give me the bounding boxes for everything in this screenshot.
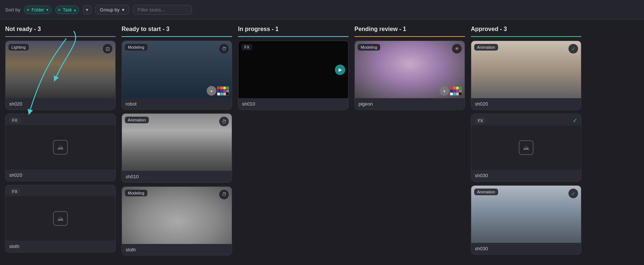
card-label: sh020 <box>9 101 22 107</box>
column-title: In progress - 1 <box>238 26 279 32</box>
card-footer: sloth <box>122 244 232 255</box>
swatch-cell <box>456 90 459 92</box>
card-label: sh020 <box>9 172 22 178</box>
task-card[interactable]: Modeling ⏱ sloth <box>122 186 232 255</box>
swatch-cell <box>450 87 453 89</box>
no-image-icon: ⛰ <box>519 140 533 155</box>
task-card[interactable]: Animation ✓ sh030 <box>471 185 581 255</box>
card-label: sh010 <box>242 101 255 107</box>
swatch-cell <box>453 93 456 95</box>
card-image: Animation ✓ <box>471 186 581 243</box>
column-ready: Ready to start - 3 Modeling ⏱ ● robot <box>122 26 232 259</box>
chip-label-task: Task <box>63 7 72 13</box>
play-button[interactable]: ▶ <box>335 65 345 75</box>
swatch-cell <box>223 93 226 95</box>
material-badge: ● <box>207 86 216 96</box>
swatch-cell <box>459 90 462 92</box>
card-tag: Modeling <box>358 44 380 51</box>
swatch-cell <box>220 93 223 95</box>
column-title: Pending review - 1 <box>354 26 406 32</box>
board: Not ready - 3 Lighting ⊡ sh020 FX <box>0 20 644 265</box>
card-footer: pigeon <box>355 98 465 110</box>
card-image: Lighting ⊡ <box>6 41 115 98</box>
swatch-cell <box>223 87 226 89</box>
swatch-cell <box>217 90 220 92</box>
approved-icon: ✓ <box>573 117 577 124</box>
filter-input[interactable] <box>133 5 192 15</box>
column-header: Ready to start - 3 <box>122 26 232 37</box>
card-tag: Lighting <box>8 44 29 51</box>
swatch-cell <box>450 90 453 92</box>
task-card[interactable]: Animation ✓ sh020 <box>471 41 581 110</box>
column-title: Approved - 3 <box>471 26 507 32</box>
card-image: Animation ✓ <box>471 41 581 98</box>
column-in-progress: In progress - 1 FX ▶ sh010 <box>238 26 349 259</box>
card-action-icon[interactable]: 👁 <box>452 44 462 54</box>
task-card[interactable]: Modeling ⏱ ● robot <box>122 41 232 110</box>
card-action-icon[interactable]: ⏱ <box>219 190 229 199</box>
card-action-icon[interactable]: ✓ <box>568 44 578 54</box>
task-card[interactable]: FX ⛰ sloth <box>5 185 116 252</box>
swatch-cell <box>217 87 220 89</box>
card-tag: Modeling <box>125 190 147 196</box>
card-tag: Animation <box>474 189 498 195</box>
card-tag: FX <box>475 117 486 124</box>
card-footer: sh030 <box>471 170 581 181</box>
group-by-label: Group by <box>100 7 119 13</box>
swatch-cell <box>226 90 229 92</box>
column-header: In progress - 1 <box>238 26 349 37</box>
no-image-icon: ⛰ <box>53 211 68 226</box>
card-footer: sh020 <box>6 169 115 181</box>
card-label: robot <box>126 101 137 107</box>
card-tag: Animation <box>125 117 149 123</box>
sort-more-button[interactable]: ▾ <box>83 5 91 14</box>
sort-label: Sort by <box>5 7 20 13</box>
column-pending: Pending review - 1 Modeling 👁 ● pigeon <box>354 26 465 259</box>
card-footer: robot <box>122 98 232 110</box>
swatch-cell <box>450 93 453 95</box>
toolbar: Sort by × Folder ▾ × Task ▴ ▾ Group by ▾ <box>0 0 644 20</box>
task-card[interactable]: FX ⛰ sh020 <box>5 114 116 181</box>
swatch-cell <box>226 87 229 89</box>
card-label: pigeon <box>358 101 373 107</box>
card-label: sloth <box>9 244 19 249</box>
swatch-cell <box>453 87 456 89</box>
chip-arrow-task: ▴ <box>74 8 76 12</box>
chip-arrow-folder: ▾ <box>46 8 48 12</box>
card-footer: sloth <box>6 241 115 252</box>
task-card[interactable]: Modeling 👁 ● pigeon <box>354 41 465 110</box>
group-by-button[interactable]: Group by ▾ <box>95 5 129 15</box>
chip-x-folder[interactable]: × <box>27 7 29 13</box>
chip-x-task[interactable]: × <box>58 7 61 13</box>
no-image-icon: ⛰ <box>53 140 68 155</box>
color-swatch-grid <box>217 86 229 96</box>
card-label: sloth <box>126 247 136 252</box>
task-card[interactable]: FX ▶ sh010 <box>238 41 349 110</box>
material-badge: ● <box>440 86 449 96</box>
column-header: Pending review - 1 <box>354 26 465 37</box>
color-swatch-grid <box>450 86 462 96</box>
task-card[interactable]: Lighting ⊡ sh020 <box>5 41 116 110</box>
card-label: sh010 <box>126 174 139 179</box>
card-header: FX <box>6 114 115 125</box>
card-tag: Animation <box>474 44 498 51</box>
swatch-cell <box>453 90 456 92</box>
task-card[interactable]: FX ✓ ⛰ sh030 <box>471 114 581 182</box>
card-footer: sh010 <box>238 98 348 110</box>
card-image: Animation ⏱ <box>122 114 232 171</box>
card-footer: sh020 <box>471 98 581 110</box>
card-image: Modeling 👁 ● <box>355 41 465 98</box>
sort-chip-folder[interactable]: × Folder ▾ <box>24 6 52 14</box>
card-action-icon[interactable]: ⊡ <box>103 44 112 54</box>
swatch-cell <box>456 93 459 95</box>
swatch-cell <box>223 90 226 92</box>
card-label: sh030 <box>475 173 488 178</box>
task-card[interactable]: Animation ⏱ sh010 <box>122 113 232 182</box>
card-action-icon[interactable]: ✓ <box>568 189 578 198</box>
card-label: sh030 <box>475 246 488 251</box>
swatch-cell <box>456 87 459 89</box>
card-no-image: ⛰ <box>6 196 115 241</box>
swatch-cell <box>220 87 223 89</box>
sort-chip-task[interactable]: × Task ▴ <box>55 6 79 14</box>
card-action-icon[interactable]: ⏱ <box>219 44 229 54</box>
